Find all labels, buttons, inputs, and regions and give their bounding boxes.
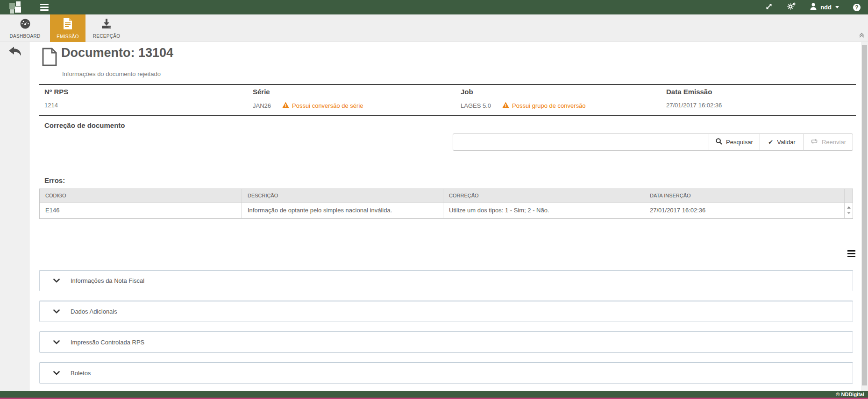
accordion-label: Dados Adicionais: [71, 308, 117, 315]
tab-emissao-label: EMISSÃO: [57, 34, 79, 39]
row-scroll-spinner[interactable]: [845, 203, 853, 218]
tab-recepcao[interactable]: RECEPÇÃO: [85, 14, 128, 42]
chevron-down-icon: [53, 371, 60, 375]
left-rail: [0, 42, 29, 391]
field-job-label: Job: [461, 88, 586, 96]
top-bar: ndd ?: [0, 0, 868, 14]
collapse-panel-icon[interactable]: [859, 32, 865, 40]
back-arrow-button[interactable]: [8, 46, 22, 60]
spinner-down-icon[interactable]: [847, 212, 851, 214]
column-header-descricao: DESCRIÇÃO: [242, 189, 443, 203]
divider: [39, 84, 856, 85]
download-tray-icon: [100, 18, 113, 31]
document-file-icon: [63, 18, 73, 32]
tab-recepcao-label: RECEPÇÃO: [93, 34, 121, 39]
ndd-logo-icon: [9, 1, 22, 14]
search-icon: [716, 138, 722, 146]
field-serie-warning: Possui conversão de série: [292, 102, 363, 109]
app-window: ndd ? DASHBOARD: [0, 0, 868, 399]
document-detail-panel: Documento: 13104 Informações do document…: [29, 42, 861, 391]
field-nrps: Nº RPS 1214: [44, 88, 68, 109]
accordion-impressao-controlada-rps[interactable]: Impressão Controlada RPS: [39, 331, 853, 353]
correction-section-title: Correção de documento: [44, 121, 125, 129]
pesquisar-button[interactable]: Pesquisar: [709, 133, 760, 151]
accordion-label: Impressão Controlada RPS: [71, 339, 144, 346]
copyright-text: © NDDigital: [836, 392, 864, 397]
chevron-down-icon: [835, 6, 839, 8]
accordion-dados-adicionais[interactable]: Dados Adicionais: [39, 301, 853, 322]
scrollbar-thumb[interactable]: [862, 45, 867, 385]
field-job-warning: Possui grupo de conversão: [512, 102, 586, 109]
menu-hamburger-icon[interactable]: [40, 4, 49, 11]
error-row-correcao[interactable]: Utilize um dos tipos: 1 - Sim; 2 - Não.: [443, 203, 644, 218]
field-serie-label: Série: [253, 88, 363, 96]
module-tabs: DASHBOARD EMISSÃO RECEPÇÃO: [0, 14, 868, 42]
field-job: Job LAGES 5.0 ! Possui grupo de conversã…: [461, 88, 586, 110]
page-outline-icon: [42, 48, 57, 68]
user-name: ndd: [820, 4, 832, 11]
validar-label: Validar: [777, 139, 796, 146]
field-nrps-value: 1214: [44, 102, 58, 109]
spinner-up-icon[interactable]: [847, 206, 851, 209]
settings-gears-icon[interactable]: [787, 2, 796, 12]
tab-dashboard-label: DASHBOARD: [9, 34, 40, 39]
column-header-spacer: [845, 189, 853, 203]
warning-triangle-icon: !: [282, 102, 289, 110]
fullscreen-expand-icon[interactable]: [765, 3, 773, 12]
page-title: Documento: 13104: [61, 46, 173, 60]
validar-button[interactable]: ✔ Validar: [760, 133, 804, 151]
dashboard-gauge-icon: [19, 18, 31, 31]
chevron-down-icon: [53, 279, 60, 283]
correction-input[interactable]: [453, 133, 709, 151]
field-nrps-label: Nº RPS: [44, 88, 68, 96]
user-avatar-icon: [810, 3, 817, 12]
tab-dashboard[interactable]: DASHBOARD: [0, 14, 50, 42]
errors-table: CÓDIGO DESCRIÇÃO CORREÇÃO DATA INSERÇÃO …: [39, 189, 853, 219]
column-header-data-insercao: DATA INSERÇÃO: [644, 189, 845, 203]
correction-controls: Pesquisar ✔ Validar Reenviar: [453, 133, 853, 151]
user-menu[interactable]: ndd: [810, 3, 839, 12]
errors-section-title: Erros:: [44, 176, 65, 184]
reenviar-button-disabled[interactable]: Reenviar: [804, 133, 853, 151]
field-data-emissao-label: Data Emissão: [666, 88, 722, 96]
pesquisar-label: Pesquisar: [726, 139, 753, 146]
svg-text:!: !: [505, 103, 506, 108]
chevron-down-icon: [53, 309, 60, 314]
check-icon: ✔: [768, 139, 773, 146]
accordion-label: Informações da Nota Fiscal: [71, 277, 144, 284]
tab-emissao-active[interactable]: EMISSÃO: [50, 14, 85, 42]
accordion-informacoes-nota-fiscal[interactable]: Informações da Nota Fiscal: [39, 270, 853, 291]
accordion-label: Boletos: [71, 370, 91, 377]
chevron-down-icon: [53, 340, 60, 344]
help-icon[interactable]: ?: [853, 4, 861, 11]
footer-bar: © NDDigital: [0, 391, 868, 398]
page-subtitle: Informações do documento rejeitado: [62, 70, 161, 77]
field-data-emissao: Data Emissão 27/01/2017 16:02:36: [666, 88, 722, 109]
warning-triangle-icon: !: [502, 102, 509, 110]
error-row-data-insercao[interactable]: 27/01/2017 16:02:36: [644, 203, 845, 218]
accordion-boletos[interactable]: Boletos: [39, 362, 853, 384]
error-row-descricao[interactable]: Informação de optante pelo simples nacio…: [242, 203, 443, 218]
column-header-codigo: CÓDIGO: [40, 189, 242, 203]
context-menu-icon[interactable]: [847, 250, 855, 259]
error-row-codigo[interactable]: E146: [40, 203, 242, 218]
field-serie: Série JAN26 ! Possui conversão de série: [253, 88, 363, 110]
field-job-value: LAGES 5.0: [461, 102, 491, 109]
reenviar-label: Reenviar: [822, 139, 846, 146]
divider: [39, 115, 856, 116]
field-data-emissao-value: 27/01/2017 16:02:36: [666, 102, 722, 109]
field-serie-value: JAN26: [253, 102, 271, 109]
svg-text:!: !: [285, 103, 286, 108]
column-header-correcao: CORREÇÃO: [443, 189, 644, 203]
resend-repeat-icon: [811, 139, 818, 146]
vertical-scrollbar[interactable]: [861, 42, 868, 391]
